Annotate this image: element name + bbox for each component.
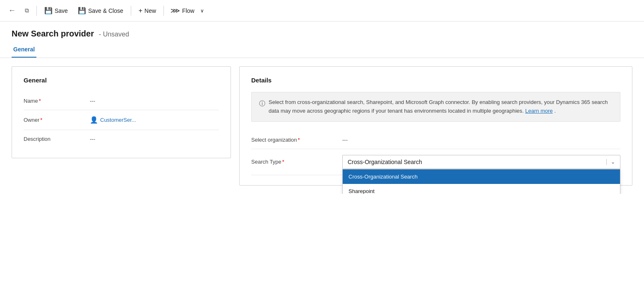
dropdown-selected-value: Cross-Organizational Search [348,159,422,165]
search-type-dropdown-list: Cross-Organizational Search Sharepoint M… [342,169,620,194]
search-type-required: * [282,159,284,165]
flow-label: Flow [182,7,195,14]
separator-1 [36,6,37,16]
learn-more-link[interactable]: Learn more [525,108,553,114]
chevron-down-icon: ∨ [200,8,204,14]
name-label: Name* [24,98,90,104]
owner-label: Owner* [24,117,90,123]
save-close-button[interactable]: 💾 Save & Close [74,4,127,17]
search-type-dropdown[interactable]: Cross-Organizational Search ⌄ [342,155,620,169]
description-field-row: Description --- [24,130,219,148]
separator-3 [163,6,164,16]
select-org-field-row: Select organization* --- [251,131,620,149]
owner-required: * [40,117,42,123]
select-org-required: * [298,137,300,143]
name-value: --- [90,98,95,104]
flow-icon: ⋙ [171,7,180,14]
name-required: * [39,98,41,104]
new-button[interactable]: + New [135,5,160,17]
description-value: --- [90,136,95,142]
page-header: New Search provider - Unsaved [0,22,644,43]
tabs-container: General [0,43,644,58]
select-org-label: Select organization* [251,137,342,143]
new-window-button[interactable]: ⧉ [21,5,33,17]
owner-field-row: Owner* 👤 CustomerSer... [24,110,219,130]
page-subtitle: - Unsaved [99,31,129,38]
details-panel-title: Details [251,77,620,84]
back-button[interactable]: ← [5,4,19,17]
save-label: Save [55,7,68,14]
save-button[interactable]: 💾 Save [40,4,72,17]
new-icon: + [139,7,142,14]
search-type-label: Search Type* [251,159,342,165]
dropdown-option-sharepoint[interactable]: Sharepoint [343,184,620,194]
info-box: ⓘ Select from cross-organizational searc… [251,92,620,122]
search-type-dropdown-container: Cross-Organizational Search ⌄ Cross-Orga… [342,155,620,169]
search-type-field-row: Search Type* Cross-Organizational Search… [251,149,620,175]
info-icon: ⓘ [259,99,265,116]
save-close-label: Save & Close [88,7,123,14]
flow-button[interactable]: ⋙ Flow [167,4,198,17]
general-panel-title: General [24,77,219,84]
select-org-value: --- [342,137,348,143]
details-panel: Details ⓘ Select from cross-organization… [239,66,632,186]
toolbar: ← ⧉ 💾 Save 💾 Save & Close + New ⋙ Flow ∨ [0,0,644,22]
owner-value[interactable]: 👤 CustomerSer... [90,116,136,124]
dropdown-arrow-icon: ⌄ [606,159,615,165]
dropdown-option-cross-org[interactable]: Cross-Organizational Search [343,169,620,184]
separator-2 [131,6,131,16]
back-icon: ← [8,6,16,15]
new-label: New [144,7,156,14]
info-text: Select from cross-organizational search,… [269,98,613,116]
person-icon: 👤 [90,116,98,124]
general-panel: General Name* --- Owner* 👤 CustomerSer..… [12,66,231,158]
save-icon: 💾 [44,7,53,14]
description-label: Description [24,136,90,142]
page-title: New Search provider [12,29,94,38]
save-close-icon: 💾 [78,7,86,14]
new-window-icon: ⧉ [25,7,29,14]
name-field-row: Name* --- [24,92,219,110]
owner-name: CustomerSer... [100,117,136,123]
tab-general[interactable]: General [12,43,36,58]
content-area: General Name* --- Owner* 👤 CustomerSer..… [0,58,644,194]
flow-chevron-button[interactable]: ∨ [198,5,207,16]
flow-group: ⋙ Flow ∨ [167,4,207,17]
